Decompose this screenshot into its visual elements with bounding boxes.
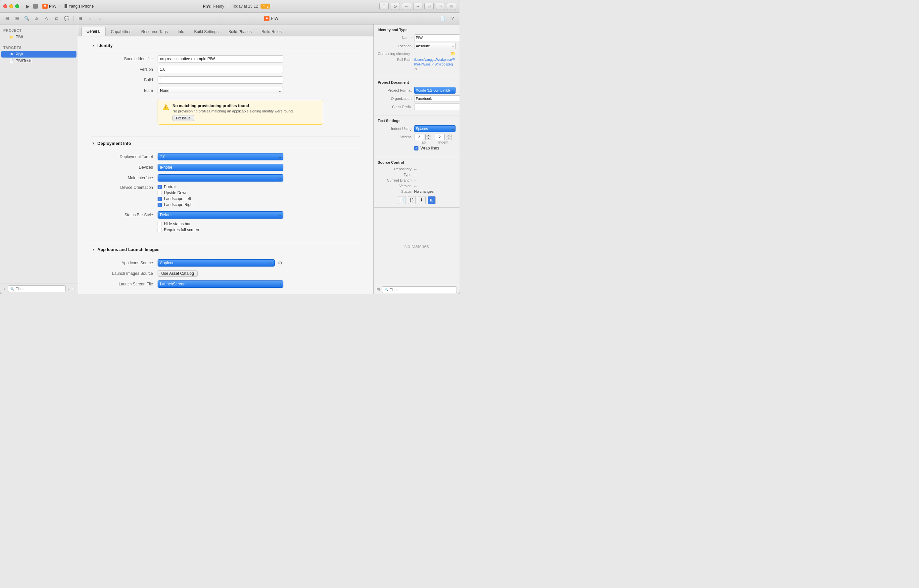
identity-section-title: Identity: [97, 43, 113, 48]
warning-toolbar-btn[interactable]: ⚠: [32, 15, 41, 23]
fix-issue-button[interactable]: Fix Issue: [172, 115, 194, 121]
grid-btn[interactable]: ⊞: [76, 15, 84, 23]
add-target-button[interactable]: +: [3, 286, 6, 291]
upside-down-checkbox[interactable]: [157, 191, 162, 195]
rp-location-wrapper: Absolute: [414, 43, 455, 49]
version-input[interactable]: [157, 66, 284, 73]
diamond-btn[interactable]: ◇: [42, 15, 51, 23]
sidebar-item-piw-target[interactable]: ⚑ PIW: [1, 51, 76, 58]
hierarchy-btn[interactable]: ⊟: [13, 15, 21, 23]
launch-images-source-control: Use Asset Catalog: [157, 270, 284, 277]
search-toolbar-btn[interactable]: 🔍: [23, 15, 31, 23]
rp-project-format-select[interactable]: Xcode 3.2-compatible: [414, 87, 455, 94]
rp-text-settings-title: Text Settings: [378, 119, 455, 123]
tab-resource-tags[interactable]: Resource Tags: [137, 27, 172, 36]
rp-tab-value-input[interactable]: [414, 134, 424, 140]
sidebar-item-project[interactable]: 📁 PIW: [1, 34, 76, 40]
main-interface-select[interactable]: [157, 174, 284, 182]
use-asset-catalog-button[interactable]: Use Asset Catalog: [157, 270, 198, 277]
build-input[interactable]: [157, 76, 284, 84]
identity-section-header: ▼ Identity: [91, 43, 360, 50]
rp-organization-input[interactable]: [414, 95, 459, 102]
identity-toggle[interactable]: ▼: [91, 44, 96, 48]
launch-screen-select[interactable]: LaunchScreen: [157, 280, 284, 288]
tab-info[interactable]: Info: [173, 27, 189, 36]
deployment-toggle[interactable]: ▼: [91, 142, 96, 145]
panel-toggle-both[interactable]: ⊞: [447, 3, 456, 10]
rp-tab-increment[interactable]: ▲: [425, 134, 431, 137]
panel-toggle-right[interactable]: ⊡: [425, 3, 434, 10]
sidebar-item-piwtests-target[interactable]: 📄 PIWTests: [1, 58, 76, 64]
rp-version-value: --: [414, 184, 455, 188]
rp-bottom-grid-icon[interactable]: ⊞: [376, 287, 380, 292]
nav-forward[interactable]: →: [413, 3, 422, 10]
panel-toggle-left[interactable]: ☰: [379, 3, 389, 10]
nav-prev[interactable]: ‹: [86, 15, 94, 23]
warning-row: ⚠️ No matching provisioning profiles fou…: [91, 97, 360, 127]
tab-build-phases[interactable]: Build Phases: [224, 27, 256, 36]
stop-button[interactable]: [33, 4, 38, 9]
rp-name-input[interactable]: [414, 34, 459, 41]
devices-select[interactable]: iPhone iPad Universal: [157, 164, 284, 171]
rp-sc-help-icon[interactable]: ℹ: [418, 196, 426, 204]
landscape-right-checkbox[interactable]: [157, 203, 162, 207]
tab-build-rules[interactable]: Build Rules: [257, 27, 286, 36]
app-icons-source-select[interactable]: AppIcon: [157, 259, 275, 267]
warning-control: ⚠️ No matching provisioning profiles fou…: [157, 97, 323, 127]
sidebar-filter-input[interactable]: [16, 287, 63, 291]
portrait-checkbox[interactable]: [157, 185, 162, 189]
close-button[interactable]: [3, 4, 7, 8]
app-icons-section-title: App Icons and Launch Images: [97, 247, 160, 252]
minimize-button[interactable]: [9, 4, 13, 8]
tab-capabilities[interactable]: Capabilities: [106, 27, 136, 36]
requires-full-screen-checkbox-row: Requires full screen: [157, 228, 284, 232]
deployment-target-row: Deployment Target 7.0: [91, 153, 360, 161]
rp-class-prefix-input[interactable]: [414, 103, 459, 110]
rp-indent-decrement[interactable]: ▼: [446, 137, 452, 140]
sidebar-project-label: PIW: [16, 35, 23, 39]
rp-sc-brackets-icon[interactable]: { }: [408, 196, 416, 204]
play-button[interactable]: ▶: [25, 4, 31, 9]
team-row: Team None: [91, 87, 360, 95]
rp-tab-decrement[interactable]: ▼: [425, 137, 431, 140]
rp-location-select[interactable]: Absolute: [414, 43, 455, 49]
rp-widths-row: Widths ▲ ▼ Tab: [378, 134, 455, 144]
panel-toggle-bottom[interactable]: ▭: [436, 3, 445, 10]
history-btn[interactable]: ⊙: [68, 287, 71, 291]
rp-indent-using-select[interactable]: Spaces Tabs: [414, 125, 455, 132]
rp-sc-doc-icon[interactable]: 📄: [398, 196, 406, 204]
list-btn[interactable]: ⊞: [71, 287, 75, 291]
inspector-toggle[interactable]: 📄: [438, 15, 447, 23]
comment-btn[interactable]: 💬: [62, 15, 71, 23]
rp-sc-grid-icon[interactable]: ⊞: [428, 196, 436, 204]
rp-filter-input[interactable]: [390, 288, 455, 292]
deployment-target-select[interactable]: 7.0: [157, 153, 284, 160]
warning-badge[interactable]: ⚠ 2: [261, 4, 270, 9]
fullscreen-button[interactable]: [15, 4, 19, 8]
nav-back[interactable]: ←: [402, 3, 411, 10]
git-btn[interactable]: ⊏: [52, 15, 61, 23]
team-select[interactable]: None: [157, 87, 284, 94]
search-btn[interactable]: ◎: [391, 3, 400, 10]
hide-status-bar-checkbox[interactable]: [157, 222, 162, 226]
rp-indent-increment[interactable]: ▲: [446, 134, 452, 137]
warning-triangle-icon: ⚠️: [162, 104, 169, 110]
requires-full-screen-checkbox[interactable]: [157, 228, 162, 232]
tab-build-settings[interactable]: Build Settings: [190, 27, 223, 36]
nav-next[interactable]: ›: [96, 15, 104, 23]
status-bar-style-select[interactable]: Default: [157, 211, 284, 219]
tab-general[interactable]: General: [81, 27, 105, 36]
rp-project-format-label: Project Format: [378, 88, 414, 92]
app-icons-toggle[interactable]: ▼: [91, 248, 96, 252]
quick-help-toggle[interactable]: ?: [448, 15, 457, 23]
rp-wrap-lines-checkbox[interactable]: [414, 146, 418, 150]
app-icons-gear-button[interactable]: ⚙: [277, 260, 284, 266]
bundle-identifier-input[interactable]: [157, 55, 284, 63]
sidebar-toggle[interactable]: ⊞: [3, 15, 11, 23]
requires-full-screen-label: Requires full screen: [164, 228, 199, 232]
rp-indent-value-input[interactable]: [435, 134, 445, 140]
breadcrumb: ⚑ PIW: [105, 16, 437, 21]
rp-folder-icon[interactable]: 📁: [450, 51, 455, 56]
app-icons-source-row: App Icons Source AppIcon ⚙: [91, 259, 360, 267]
landscape-left-checkbox[interactable]: [157, 197, 162, 201]
